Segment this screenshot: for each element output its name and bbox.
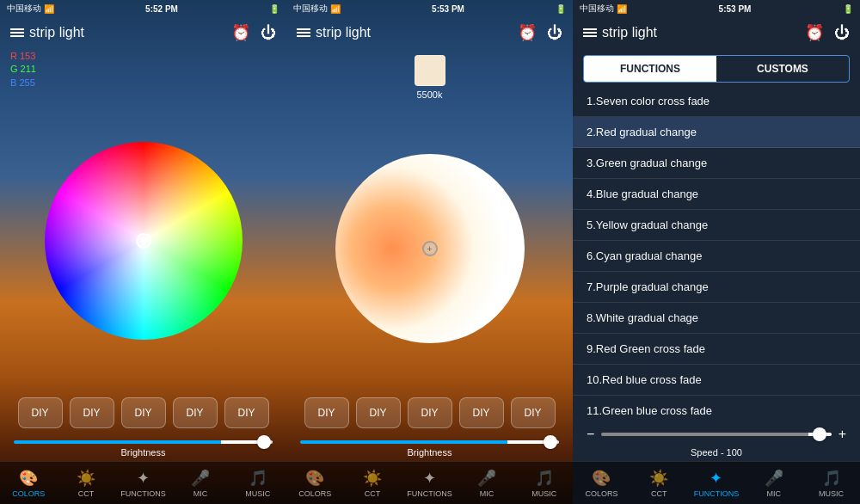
nav-colors-2[interactable]: 🎨 COLORS [286,465,344,501]
carrier-3: 中国移动 [580,3,614,15]
wifi-icon-3: 📶 [617,4,627,14]
header-1: strip light ⏰ ⏻ [0,17,286,48]
header-3: strip light ⏰ ⏻ [573,17,860,48]
function-item-7[interactable]: 7.Purple gradual change [573,272,860,303]
power-icon-2[interactable]: ⏻ [547,24,562,42]
function-item-3[interactable]: 3.Green gradual change [573,148,860,179]
function-item-9[interactable]: 9.Red Green cross fade [573,334,860,365]
carrier-2: 中国移动 [293,3,328,15]
speed-thumb[interactable] [813,427,826,441]
diy-btn-4[interactable]: DIY [173,397,218,428]
function-item-11[interactable]: 11.Green blue cross fade [573,396,860,420]
status-left-2: 中国移动 📶 [293,3,341,15]
brightness-slider-1[interactable] [14,440,273,444]
cct-icon-1: ☀️ [77,469,95,488]
mic-icon-1: 🎤 [191,469,210,488]
alarm-icon-1[interactable]: ⏰ [231,23,250,42]
speed-minus-btn[interactable]: − [587,427,594,442]
wheel-cursor-1[interactable]: + [136,233,151,249]
diy-btn-2-1[interactable]: DIY [304,397,349,428]
nav-colors-3[interactable]: 🎨 COLORS [573,465,630,501]
nav-cct-1[interactable]: ☀️ CCT [58,465,115,501]
diy-row-2: DIY DIY DIY DIY DIY [286,390,573,435]
menu-icon-1[interactable] [10,28,24,37]
diy-btn-3[interactable]: DIY [121,397,166,428]
nav-mic-1[interactable]: 🎤 MIC [172,465,230,501]
diy-btn-5[interactable]: DIY [224,397,269,428]
speed-plus-btn[interactable]: + [838,427,846,442]
colors-label-2: COLORS [298,489,331,498]
nav-music-1[interactable]: 🎵 MUSIC [229,465,286,501]
bottom-nav-1: 🎨 COLORS ☀️ CCT ✦ FUNCTIONS 🎤 MIC 🎵 MUSI… [0,461,286,504]
alarm-icon-3[interactable]: ⏰ [805,23,824,42]
app-title-2: strip light [316,25,371,40]
function-item-6[interactable]: 6.Cyan gradual change [573,241,860,272]
brightness-area-1: Brightness [0,435,286,461]
diy-btn-2-2[interactable]: DIY [356,397,401,428]
header-left-3: strip light [583,25,657,40]
menu-icon-2[interactable] [297,28,310,37]
power-icon-3[interactable]: ⏻ [834,24,850,42]
diy-btn-1[interactable]: DIY [18,397,63,428]
function-item-5[interactable]: 5.Yellow gradual change [573,210,860,241]
brightness-label-1: Brightness [14,447,273,458]
cct-cursor[interactable]: + [422,241,438,256]
nav-mic-3[interactable]: 🎤 MIC [745,465,802,501]
color-wheel-area: + [0,91,286,390]
color-wheel[interactable]: + [45,142,243,340]
nav-functions-1[interactable]: ✦ FUNCTIONS [114,465,172,501]
diy-btn-2-3[interactable]: DIY [408,397,452,428]
functions-label-2: FUNCTIONS [407,489,452,498]
status-bar-3: 中国移动 📶 5:53 PM 🔋 [573,0,860,17]
brightness-thumb-2[interactable] [544,435,557,449]
nav-cct-2[interactable]: ☀️ CCT [344,465,402,501]
alarm-icon-2[interactable]: ⏰ [518,23,537,42]
cct-wheel[interactable]: + [335,154,525,343]
nav-functions-3[interactable]: ✦ FUNCTIONS [688,465,746,501]
battery-icon-2: 🔋 [556,4,566,14]
functions-icon-1: ✦ [137,469,150,488]
function-item-2[interactable]: 2.Red gradual change [573,117,860,148]
rgb-r: R 153 [10,50,276,63]
brightness-thumb-1[interactable] [257,435,271,449]
app-title-3: strip light [602,25,657,40]
bottom-nav-2: 🎨 COLORS ☀️ CCT ✦ FUNCTIONS 🎤 MIC 🎵 MUSI… [286,461,573,504]
speed-slider[interactable] [601,433,831,436]
diy-btn-2-5[interactable]: DIY [511,397,556,428]
diy-btn-2-4[interactable]: DIY [459,397,504,428]
menu-icon-3[interactable] [583,28,597,37]
time-2: 5:53 PM [432,4,464,14]
colors-icon-1: 🎨 [19,469,38,488]
function-item-10[interactable]: 10.Red blue cross fade [573,365,860,396]
cct-wheel-area: + [286,107,573,390]
nav-cct-3[interactable]: ☀️ CCT [630,465,688,501]
functions-list: 1.Seven color cross fade 2.Red gradual c… [573,83,860,420]
nav-music-2[interactable]: 🎵 MUSIC [515,465,573,501]
diy-btn-2[interactable]: DIY [70,397,114,428]
cct-swatch [415,55,445,86]
speed-label: Speed - 100 [573,447,860,458]
function-item-8[interactable]: 8.White gradual chage [573,303,860,334]
rgb-g: G 211 [10,63,276,76]
function-item-4[interactable]: 4.Blue gradual change [573,179,860,210]
function-item-1[interactable]: 1.Seven color cross fade [573,86,860,117]
tab-customs[interactable]: CUSTOMS [716,56,849,82]
power-icon-1[interactable]: ⏻ [261,24,276,42]
brightness-slider-2[interactable] [300,440,559,444]
mic-icon-3: 🎤 [765,469,783,488]
nav-functions-2[interactable]: ✦ FUNCTIONS [401,465,458,501]
status-right-3: 🔋 [843,4,853,14]
wifi-icon-2: 📶 [330,4,341,14]
functions-icon-3: ✦ [710,469,722,488]
panel-1: 中国移动 📶 5:52 PM 🔋 strip light ⏰ ⏻ R 1 [0,0,286,504]
music-icon-2: 🎵 [535,469,554,488]
nav-music-3[interactable]: 🎵 MUSIC [802,465,860,501]
status-right-2: 🔋 [556,4,566,14]
music-icon-1: 🎵 [249,469,267,488]
tab-functions[interactable]: FUNCTIONS [584,56,716,82]
status-left-1: 中国移动 📶 [7,3,54,15]
brightness-area-2: Brightness [286,435,573,461]
cct-icon-3: ☀️ [649,469,668,488]
nav-mic-2[interactable]: 🎤 MIC [458,465,516,501]
nav-colors-1[interactable]: 🎨 COLORS [0,465,58,501]
